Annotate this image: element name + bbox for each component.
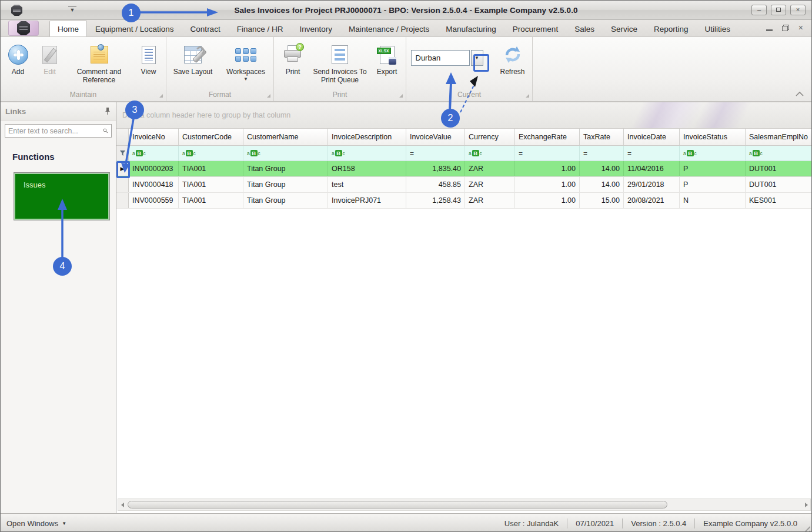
functions-tile-issues[interactable]: Issues — [14, 172, 110, 220]
close-button[interactable]: × — [790, 5, 806, 15]
mdi-close-icon[interactable]: × — [798, 25, 803, 31]
cell-invoicedate[interactable]: 29/01/2018 — [624, 177, 680, 192]
table-row[interactable]: ▶ INV0000203 TIA001 Titan Group OR158 1,… — [116, 161, 812, 177]
cell-salesmanemplno[interactable]: DUT001 — [746, 177, 812, 192]
quick-access-toolbar-chevron-icon[interactable]: ▼ — [68, 6, 76, 14]
tab-utilities[interactable]: Utilities — [696, 21, 739, 36]
column-header-currency[interactable]: Currency — [465, 129, 515, 145]
table-row[interactable]: INV0000418 TIA001 Titan Group test 458.8… — [116, 177, 812, 193]
view-button[interactable]: View — [133, 42, 164, 77]
group-by-bar[interactable]: Drag a column header here to group by th… — [116, 102, 812, 129]
filter-cell-customercode[interactable]: aBc — [179, 146, 243, 160]
save-layout-button[interactable]: Save Layout — [168, 42, 218, 77]
refresh-button[interactable]: Refresh — [497, 42, 528, 77]
scrollbar-thumb[interactable] — [128, 501, 667, 508]
column-header-invoicestatus[interactable]: InvoiceStatus — [680, 129, 746, 145]
comment-and-reference-button[interactable]: Comment and Reference — [66, 42, 132, 85]
cell-invoicestatus[interactable]: P — [680, 161, 746, 176]
scroll-right-arrow-icon[interactable] — [802, 499, 810, 510]
workspaces-button[interactable]: Workspaces ▼ — [219, 42, 272, 83]
edit-button[interactable]: Edit — [35, 42, 65, 77]
column-header-invoicedate[interactable]: InvoiceDate — [624, 129, 680, 145]
cell-invoicedate[interactable]: 20/08/2021 — [624, 193, 680, 208]
tab-procurement[interactable]: Procurement — [504, 21, 566, 36]
scroll-left-arrow-icon[interactable] — [118, 499, 126, 510]
column-header-salesmanemplno[interactable]: SalesmanEmplNo — [746, 129, 812, 145]
cell-taxrate[interactable]: 15.00 — [580, 193, 624, 208]
cell-invoiceno[interactable]: INV0000203 — [129, 161, 179, 176]
add-button[interactable]: Add — [3, 42, 34, 77]
cell-customername[interactable]: Titan Group — [243, 161, 328, 176]
tab-manufacturing[interactable]: Manufacturing — [437, 21, 504, 36]
print-button[interactable]: ? Print — [278, 42, 308, 77]
cell-exchangerate[interactable]: 1.00 — [515, 193, 580, 208]
cell-currency[interactable]: ZAR — [465, 177, 515, 192]
filter-cell-invoicedate[interactable]: = — [624, 146, 680, 160]
site-combobox-value[interactable]: Durban — [411, 50, 470, 66]
send-invoices-to-print-queue-button[interactable]: Send Invoices To Print Queue — [309, 42, 370, 85]
filter-cell-invoiceno[interactable]: aBc — [129, 146, 179, 160]
cell-invoicevalue[interactable]: 1,258.43 — [406, 193, 465, 208]
filter-cell-invoicevalue[interactable]: = — [406, 146, 465, 160]
cell-customername[interactable]: Titan Group — [243, 193, 328, 208]
cell-invoicestatus[interactable]: P — [680, 177, 746, 192]
filter-cell-currency[interactable]: aBc — [465, 146, 515, 160]
filter-cell-customername[interactable]: aBc — [243, 146, 328, 160]
cell-invoiceno[interactable]: INV0000559 — [129, 193, 179, 208]
cell-taxrate[interactable]: 14.00 — [580, 177, 624, 192]
tab-maintenance-projects[interactable]: Maintenance / Projects — [340, 21, 437, 36]
cell-invoicedescription[interactable]: test — [328, 177, 406, 192]
tab-sales[interactable]: Sales — [566, 21, 603, 36]
tab-reporting[interactable]: Reporting — [646, 21, 697, 36]
filter-cell-taxrate[interactable]: = — [580, 146, 624, 160]
column-header-invoicedescription[interactable]: InvoiceDescription — [328, 129, 406, 145]
column-header-invoiceno[interactable]: InvoiceNo — [129, 129, 179, 145]
app-icon[interactable] — [11, 5, 22, 16]
horizontal-scrollbar[interactable] — [118, 498, 811, 511]
cell-exchangerate[interactable]: 1.00 — [515, 161, 580, 176]
cell-exchangerate[interactable]: 1.00 — [515, 177, 580, 192]
mdi-restore-icon[interactable] — [782, 25, 789, 31]
cell-customername[interactable]: Titan Group — [243, 177, 328, 192]
cell-invoiceno[interactable]: INV0000418 — [129, 177, 179, 192]
cell-invoicedate[interactable]: 11/04/2016 — [624, 161, 680, 176]
open-windows-button[interactable]: Open Windows ▼ — [6, 519, 66, 528]
links-search-input[interactable] — [8, 127, 103, 135]
mdi-minimize-icon[interactable] — [766, 29, 773, 31]
cell-invoicevalue[interactable]: 1,835.40 — [406, 161, 465, 176]
ribbon-collapse-chevron-icon[interactable] — [795, 91, 804, 98]
cell-salesmanemplno[interactable]: DUT001 — [746, 161, 812, 176]
cell-customercode[interactable]: TIA001 — [179, 161, 243, 176]
filter-cell-exchangerate[interactable]: = — [515, 146, 580, 160]
tab-equipment-locations[interactable]: Equipment / Locations — [87, 21, 182, 36]
tab-inventory[interactable]: Inventory — [291, 21, 340, 36]
column-header-invoicevalue[interactable]: InvoiceValue — [406, 129, 465, 145]
cell-invoicestatus[interactable]: N — [680, 193, 746, 208]
pin-icon[interactable] — [104, 107, 111, 115]
cell-invoicedescription[interactable]: InvoicePRJ071 — [328, 193, 406, 208]
cell-invoicedescription[interactable]: OR158 — [328, 161, 406, 176]
column-header-taxrate[interactable]: TaxRate — [580, 129, 624, 145]
cell-currency[interactable]: ZAR — [465, 161, 515, 176]
export-button[interactable]: XLSX Export — [372, 42, 402, 77]
cell-customercode[interactable]: TIA001 — [179, 177, 243, 192]
filter-cell-salesmanemplno[interactable]: aBc — [746, 146, 812, 160]
cell-invoicevalue[interactable]: 458.85 — [406, 177, 465, 192]
application-menu-button[interactable] — [8, 21, 39, 36]
column-header-customername[interactable]: CustomerName — [243, 129, 328, 145]
cell-taxrate[interactable]: 14.00 — [580, 161, 624, 176]
cell-currency[interactable]: ZAR — [465, 193, 515, 208]
column-header-exchangerate[interactable]: ExchangeRate — [515, 129, 580, 145]
cell-customercode[interactable]: TIA001 — [179, 193, 243, 208]
tab-contract[interactable]: Contract — [182, 21, 229, 36]
tab-finance-hr[interactable]: Finance / HR — [229, 21, 292, 36]
filter-cell-invoicedescription[interactable]: aBc — [328, 146, 406, 160]
minimize-button[interactable]: – — [751, 5, 767, 15]
filter-cell-invoicestatus[interactable]: aBc — [680, 146, 746, 160]
tab-home[interactable]: Home — [49, 21, 87, 36]
tab-service[interactable]: Service — [603, 21, 646, 36]
table-row[interactable]: INV0000559 TIA001 Titan Group InvoicePRJ… — [116, 193, 812, 209]
cell-salesmanemplno[interactable]: KES001 — [746, 193, 812, 208]
maximize-button[interactable] — [771, 5, 786, 15]
column-header-customercode[interactable]: CustomerCode — [179, 129, 243, 145]
